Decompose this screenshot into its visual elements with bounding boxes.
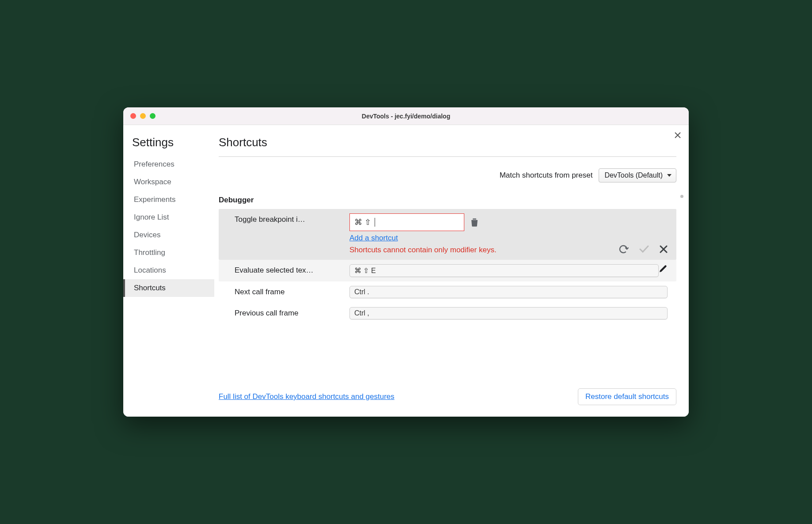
scrollbar-thumb[interactable] [680, 195, 683, 198]
preset-row: Match shortcuts from preset DevTools (De… [219, 157, 676, 194]
shortcut-keys: Ctrl , [349, 307, 668, 319]
trash-icon [471, 218, 478, 227]
shortcut-label: Next call frame [235, 286, 349, 296]
sidebar-item-throttling[interactable]: Throttling [123, 244, 214, 262]
shortcut-row-evaluate-selected: Evaluate selected tex… ⌘ ⇧ E [219, 260, 676, 281]
shortcut-value: Ctrl , [349, 307, 668, 319]
reset-shortcut-button[interactable] [618, 245, 629, 254]
sidebar-item-shortcuts[interactable]: Shortcuts [123, 279, 214, 297]
delete-shortcut-button[interactable] [471, 218, 478, 227]
close-icon [675, 132, 681, 138]
shortcut-row-previous-call-frame: Previous call frame Ctrl , [219, 303, 676, 324]
shortcut-row-next-call-frame: Next call frame Ctrl . [219, 281, 676, 303]
preset-select[interactable]: DevTools (Default) [599, 168, 676, 182]
cancel-shortcut-button[interactable] [660, 245, 668, 253]
check-icon [639, 245, 649, 253]
sidebar-item-workspace[interactable]: Workspace [123, 173, 214, 191]
minimize-window-button[interactable] [140, 113, 146, 119]
shortcut-input-value: ⌘ ⇧ [354, 217, 371, 227]
sidebar-item-experiments[interactable]: Experiments [123, 191, 214, 209]
full-list-link[interactable]: Full list of DevTools keyboard shortcuts… [219, 392, 395, 401]
edit-row-actions [618, 245, 668, 255]
shortcut-label: Toggle breakpoint i… [235, 213, 349, 224]
shortcut-row-toggle-breakpoint: Toggle breakpoint i… ⌘ ⇧ Add a shortcut [219, 209, 676, 260]
shortcut-label: Evaluate selected tex… [235, 264, 349, 275]
preset-label: Match shortcuts from preset [500, 171, 593, 180]
shortcut-label: Previous call frame [235, 307, 349, 318]
sidebar-item-preferences[interactable]: Preferences [123, 156, 214, 173]
add-shortcut-link[interactable]: Add a shortcut [349, 234, 398, 243]
traffic-lights [123, 113, 156, 119]
close-settings-button[interactable] [675, 131, 681, 140]
chevron-down-icon [667, 174, 672, 177]
shortcut-input-line: ⌘ ⇧ [349, 213, 618, 231]
window-title: DevTools - jec.fyi/demo/dialog [123, 113, 689, 120]
settings-main: Shortcuts Match shortcuts from preset De… [214, 125, 689, 417]
shortcut-error-text: Shortcuts cannot contain only modifier k… [349, 245, 508, 255]
undo-icon [618, 245, 629, 254]
sidebar-item-locations[interactable]: Locations [123, 262, 214, 279]
shortcut-input[interactable]: ⌘ ⇧ [349, 213, 464, 231]
zoom-window-button[interactable] [150, 113, 156, 119]
shortcuts-scroll-area: Debugger Toggle breakpoint i… ⌘ ⇧ [219, 194, 676, 379]
shortcut-keys: ⌘ ⇧ E [349, 264, 659, 277]
settings-sidebar: Settings Preferences Workspace Experimen… [123, 125, 214, 417]
close-window-button[interactable] [130, 113, 136, 119]
sidebar-title: Settings [123, 136, 214, 156]
confirm-shortcut-button[interactable] [639, 245, 649, 253]
shortcut-keys: Ctrl . [349, 286, 668, 298]
sidebar-item-devices[interactable]: Devices [123, 226, 214, 244]
page-title: Shortcuts [219, 136, 676, 157]
restore-defaults-button[interactable]: Restore default shortcuts [578, 388, 676, 405]
row-actions [659, 264, 668, 273]
shortcut-value: Ctrl . [349, 286, 668, 298]
edit-shortcut-button[interactable] [659, 264, 668, 273]
close-icon [660, 245, 668, 253]
shortcut-value: ⌘ ⇧ E [349, 264, 659, 277]
section-header-debugger: Debugger [219, 194, 676, 209]
devtools-settings-window: DevTools - jec.fyi/demo/dialog Settings … [123, 107, 689, 417]
preset-select-value: DevTools (Default) [604, 171, 663, 179]
settings-content: Settings Preferences Workspace Experimen… [123, 125, 689, 417]
sidebar-item-ignore-list[interactable]: Ignore List [123, 209, 214, 226]
window-titlebar: DevTools - jec.fyi/demo/dialog [123, 107, 689, 125]
pencil-icon [659, 264, 668, 273]
shortcuts-footer: Full list of DevTools keyboard shortcuts… [219, 379, 676, 408]
text-cursor [375, 218, 375, 227]
shortcut-edit-column: ⌘ ⇧ Add a shortcut Shortcuts cannot cont… [349, 213, 618, 255]
